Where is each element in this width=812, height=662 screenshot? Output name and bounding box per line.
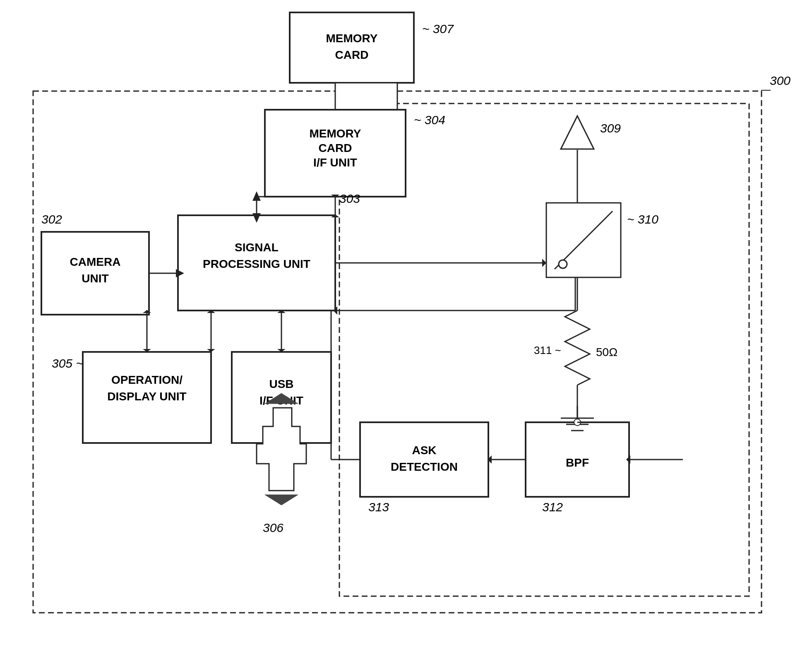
memory-card-external-box	[290, 12, 414, 83]
ref-312: 312	[542, 500, 563, 514]
ref-306: 306	[263, 521, 283, 534]
diagram-container: 300 308 MEMORY CARD ~ 307 MEMORY CARD I/…	[0, 0, 812, 662]
memory-card-external-label-2: CARD	[335, 48, 369, 61]
svg-point-7	[559, 260, 567, 268]
svg-rect-0	[0, 0, 812, 662]
od-label-1: OPERATION/	[111, 373, 183, 386]
od-label-2: DISPLAY UNIT	[107, 390, 186, 403]
ask-label-1: ASK	[412, 444, 436, 457]
resistor-label: 311 ~	[534, 344, 561, 356]
ask-detection-box	[360, 422, 488, 497]
sp-label-1: SIGNAL	[235, 241, 279, 254]
ref-304: ~ 304	[414, 113, 445, 127]
camera-label-1: CAMERA	[70, 255, 121, 268]
ref-307: ~ 307	[422, 22, 454, 36]
ref-310: ~ 310	[627, 212, 658, 226]
mc-if-label-1: MEMORY	[310, 127, 361, 140]
ref-313: 313	[368, 500, 389, 514]
sp-label-2: PROCESSING UNIT	[203, 258, 310, 270]
bpf-label: BPF	[566, 456, 589, 469]
ref-302: 302	[41, 212, 62, 226]
camera-label-2: UNIT	[82, 272, 108, 285]
mc-if-label-3: I/F UNIT	[313, 156, 357, 169]
ask-label-2: DETECTION	[391, 460, 458, 473]
ref-309: 309	[600, 121, 621, 135]
mc-if-label-2: CARD	[319, 142, 352, 154]
usb-label-1: USB	[269, 378, 293, 390]
ref-303: 303	[339, 192, 360, 205]
ref-305: 305 ~	[52, 356, 83, 370]
ref-300: 300	[770, 74, 790, 87]
resistor-value: 50Ω	[596, 346, 617, 359]
memory-card-external-label-1: MEMORY	[326, 32, 378, 45]
